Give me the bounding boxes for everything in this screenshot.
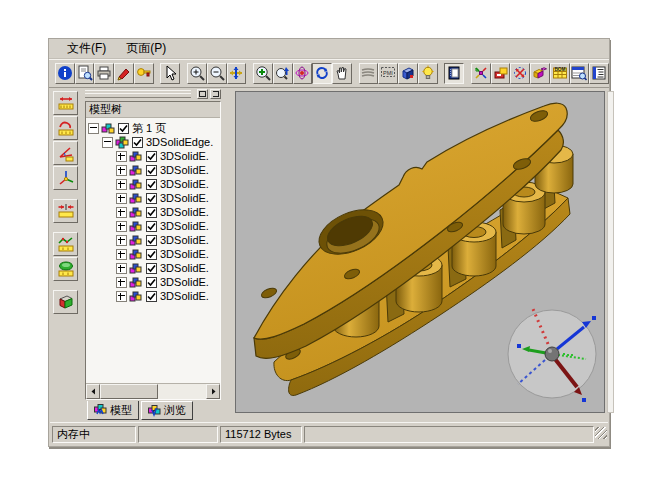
save-view-button[interactable]	[491, 63, 511, 84]
tab-browse[interactable]: 浏览	[141, 401, 193, 420]
visibility-checkbox[interactable]	[146, 193, 157, 204]
tree-item-label[interactable]: 3DSolidE.	[160, 262, 209, 274]
measure-area-button[interactable]	[53, 257, 78, 281]
collapse-expander-icon[interactable]	[102, 137, 113, 148]
visibility-checkbox[interactable]	[146, 291, 157, 302]
notebook-button[interactable]	[444, 63, 464, 84]
visibility-checkbox[interactable]	[146, 165, 157, 176]
visibility-checkbox[interactable]	[132, 137, 143, 148]
orientation-gizmo[interactable]	[508, 309, 596, 402]
tree-item-label[interactable]: 3DSolidE.	[160, 178, 209, 190]
tree-item-label[interactable]: 3DSolidE.	[160, 248, 209, 260]
collapse-expander-icon[interactable]	[88, 123, 99, 134]
dynamic-zoom-button[interactable]	[273, 63, 293, 84]
viewport-3d[interactable]	[235, 91, 605, 413]
rotate-view-button[interactable]	[312, 63, 332, 84]
expand-expander-icon[interactable]	[116, 235, 127, 246]
measure-curve-button[interactable]	[53, 116, 78, 140]
zoom-in-button[interactable]	[187, 63, 207, 84]
tree-row-part[interactable]: 3DSolidE.	[88, 149, 220, 163]
tree-row-part[interactable]: 3DSolidE.	[88, 247, 220, 261]
visibility-checkbox[interactable]	[146, 179, 157, 190]
expand-expander-icon[interactable]	[116, 249, 127, 260]
update-view-button[interactable]	[510, 63, 530, 84]
tree-row-part[interactable]: 3DSolidE.	[88, 289, 220, 303]
tree-item-label[interactable]: 第 1 页	[132, 121, 166, 136]
tree-row-part[interactable]: 3DSolidE.	[88, 261, 220, 275]
zoom-window-button[interactable]	[253, 63, 273, 84]
visibility-checkbox[interactable]	[146, 249, 157, 260]
measure-length-button[interactable]	[53, 91, 78, 115]
orbit-button[interactable]	[293, 63, 313, 84]
measure-polyline-button[interactable]	[53, 232, 78, 256]
scroll-thumb[interactable]	[100, 384, 158, 399]
tree-row-part[interactable]: 3DSolidE.	[88, 191, 220, 205]
tree-row-part[interactable]: 3DSolidE.	[88, 233, 220, 247]
table-search-button[interactable]	[570, 63, 590, 84]
tree-row-part[interactable]: 3DSolidE.	[88, 275, 220, 289]
expand-expander-icon[interactable]	[116, 193, 127, 204]
expand-expander-icon[interactable]	[116, 291, 127, 302]
tree-item-label[interactable]: 3DSolidE.	[160, 234, 209, 246]
permissions-key-button[interactable]	[134, 63, 154, 84]
view-box-button[interactable]	[398, 63, 418, 84]
tree-item-label[interactable]: 3DSolidE.	[160, 164, 209, 176]
layers-button[interactable]	[359, 63, 379, 84]
select-cursor-button[interactable]	[160, 63, 180, 84]
pmi-button[interactable]: PMI	[378, 63, 398, 84]
menu-page[interactable]: 页面(P)	[118, 38, 174, 59]
scroll-track[interactable]	[158, 384, 206, 399]
zoom-out-button[interactable]	[207, 63, 227, 84]
tree-row-part[interactable]: 3DSolidE.	[88, 177, 220, 191]
scroll-right-button[interactable]	[206, 384, 220, 399]
scroll-left-button[interactable]	[86, 384, 100, 399]
visibility-checkbox[interactable]	[146, 207, 157, 218]
tree-item-label[interactable]: 3DSolidE.	[160, 192, 209, 204]
print-preview-button[interactable]	[75, 63, 95, 84]
expand-expander-icon[interactable]	[116, 151, 127, 162]
pan-arrows-button[interactable]	[227, 63, 247, 84]
tree-item-label[interactable]: 3DSolidE.	[160, 220, 209, 232]
tree-item-label[interactable]: 3DSolidEdge.	[146, 136, 213, 148]
expand-expander-icon[interactable]	[116, 165, 127, 176]
tree-item-label[interactable]: 3DSolidE.	[160, 276, 209, 288]
menu-file[interactable]: 文件(F)	[59, 38, 114, 59]
expand-expander-icon[interactable]	[116, 179, 127, 190]
visibility-checkbox[interactable]	[118, 123, 129, 134]
visibility-checkbox[interactable]	[146, 221, 157, 232]
expand-expander-icon[interactable]	[116, 221, 127, 232]
info-button[interactable]	[55, 63, 75, 84]
bom-button[interactable]: BOM	[550, 63, 570, 84]
tab-model[interactable]: 模型	[87, 401, 139, 420]
resize-grip[interactable]	[595, 427, 607, 439]
tree-row-assembly[interactable]: 3DSolidEdge.	[88, 135, 220, 149]
expand-expander-icon[interactable]	[116, 263, 127, 274]
markup-pen-button[interactable]	[114, 63, 134, 84]
model-view-box-button[interactable]	[53, 290, 78, 314]
measure-angle-button[interactable]	[53, 141, 78, 165]
tree-item-label[interactable]: 3DSolidE.	[160, 206, 209, 218]
expand-expander-icon[interactable]	[116, 277, 127, 288]
panel-gripper[interactable]	[85, 90, 191, 98]
expand-expander-icon[interactable]	[116, 207, 127, 218]
light-button[interactable]	[418, 63, 438, 84]
visibility-checkbox[interactable]	[146, 235, 157, 246]
parts-cube-button[interactable]	[530, 63, 550, 84]
tree-item-label[interactable]: 3DSolidE.	[160, 290, 209, 302]
visibility-checkbox[interactable]	[146, 263, 157, 274]
print-button[interactable]	[94, 63, 114, 84]
model-tree[interactable]: 第 1 页 3DSolidEdge. 3DSolidE. 3DSolidE.	[86, 118, 220, 383]
assembly-explode-button[interactable]	[471, 63, 491, 84]
visibility-checkbox[interactable]	[146, 151, 157, 162]
tree-row-part[interactable]: 3DSolidE.	[88, 219, 220, 233]
panel-close-button[interactable]	[210, 89, 221, 99]
tree-item-label[interactable]: 3DSolidE.	[160, 150, 209, 162]
tree-row-part[interactable]: 3DSolidE.	[88, 205, 220, 219]
tree-row-part[interactable]: 3DSolidE.	[88, 163, 220, 177]
measure-distance-button[interactable]	[53, 199, 78, 223]
measure-coordinate-button[interactable]	[53, 166, 78, 190]
panel-maximize-button[interactable]	[197, 89, 208, 99]
tree-row-page[interactable]: 第 1 页	[88, 121, 220, 135]
visibility-checkbox[interactable]	[146, 277, 157, 288]
structure-tree-button[interactable]	[589, 63, 609, 84]
